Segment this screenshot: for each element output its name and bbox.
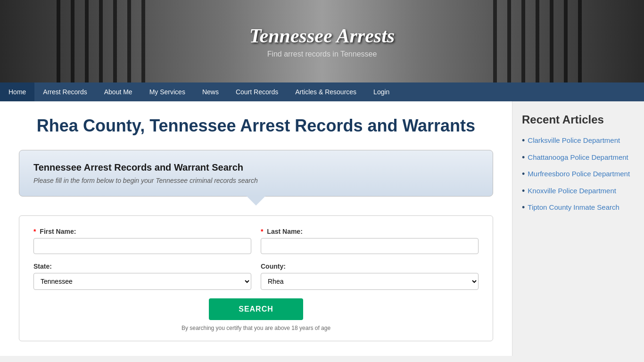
nav-item-my-services[interactable]: My Services (141, 82, 194, 101)
search-button[interactable]: SEARCH (209, 298, 303, 320)
form-disclaimer: By searching you certify that you are ab… (33, 325, 479, 331)
form-group-first-name: * First Name: (33, 228, 251, 254)
nav-item-news[interactable]: News (194, 82, 227, 101)
nav-item-about-me[interactable]: About Me (96, 82, 141, 101)
search-box-subtitle: Please fill in the form below to begin y… (33, 177, 479, 184)
nav-item-articles[interactable]: Articles & Resources (287, 82, 365, 101)
list-item: • Murfreesboro Police Department (522, 169, 635, 180)
first-name-input[interactable] (33, 238, 251, 254)
last-name-input[interactable] (261, 238, 479, 254)
main-content: Rhea County, Tennessee Arrest Records an… (0, 101, 512, 356)
form-row-name: * First Name: * Last Name: (33, 228, 479, 254)
nav-item-home[interactable]: Home (0, 82, 34, 101)
first-name-label: * First Name: (33, 228, 251, 235)
required-star-first: * (33, 228, 36, 235)
form-group-county: County: Rhea (261, 263, 479, 290)
list-item: • Clarksville Police Department (522, 136, 635, 146)
list-item: • Knoxville Police Department (522, 186, 635, 197)
nav-item-login[interactable]: Login (365, 82, 398, 101)
form-row-location: State: Tennessee County: Rhea (33, 263, 479, 290)
search-form: * First Name: * Last Name: State: (19, 215, 493, 341)
required-star-last: * (261, 228, 263, 235)
state-select[interactable]: Tennessee (33, 273, 251, 290)
header-text: Tennessee Arrests Find arrest records in… (249, 25, 395, 58)
sidebar-link-tipton[interactable]: Tipton County Inmate Search (528, 203, 619, 212)
site-header: Tennessee Arrests Find arrest records in… (0, 0, 644, 82)
sidebar-link-clarksville[interactable]: Clarksville Police Department (528, 136, 620, 145)
header-bars-right (493, 0, 587, 82)
form-group-state: State: Tennessee (33, 263, 251, 290)
sidebar: Recent Articles • Clarksville Police Dep… (512, 101, 644, 356)
form-group-last-name: * Last Name: (261, 228, 479, 254)
nav-item-arrest-records[interactable]: Arrest Records (34, 82, 95, 101)
search-box-title: Tennessee Arrest Records and Warrant Sea… (33, 162, 479, 173)
bullet-icon: • (522, 136, 525, 146)
main-nav: Home Arrest Records About Me My Services… (0, 82, 644, 101)
sidebar-heading: Recent Articles (522, 113, 635, 126)
list-item: • Chattanooga Police Department (522, 153, 635, 163)
bullet-icon: • (522, 203, 525, 213)
sidebar-link-chattanooga[interactable]: Chattanooga Police Department (528, 153, 628, 162)
site-title: Tennessee Arrests (249, 25, 395, 47)
sidebar-link-knoxville[interactable]: Knoxville Police Department (528, 186, 616, 196)
sidebar-articles-list: • Clarksville Police Department • Chatta… (522, 136, 635, 213)
state-label: State: (33, 263, 251, 270)
list-item: • Tipton County Inmate Search (522, 203, 635, 213)
nav-item-court-records[interactable]: Court Records (227, 82, 287, 101)
bullet-icon: • (522, 153, 525, 163)
site-subtitle: Find arrest records in Tennessee (249, 50, 395, 58)
county-label: County: (261, 263, 479, 270)
header-bars-left (57, 0, 151, 82)
bullet-icon: • (522, 186, 525, 197)
county-select[interactable]: Rhea (261, 273, 479, 290)
search-arrow (247, 196, 265, 206)
page-body: Rhea County, Tennessee Arrest Records an… (0, 101, 644, 356)
bullet-icon: • (522, 169, 525, 180)
page-heading: Rhea County, Tennessee Arrest Records an… (19, 115, 493, 136)
search-box-header: Tennessee Arrest Records and Warrant Sea… (19, 150, 493, 197)
sidebar-link-murfreesboro[interactable]: Murfreesboro Police Department (528, 169, 630, 179)
last-name-label: * Last Name: (261, 228, 479, 235)
